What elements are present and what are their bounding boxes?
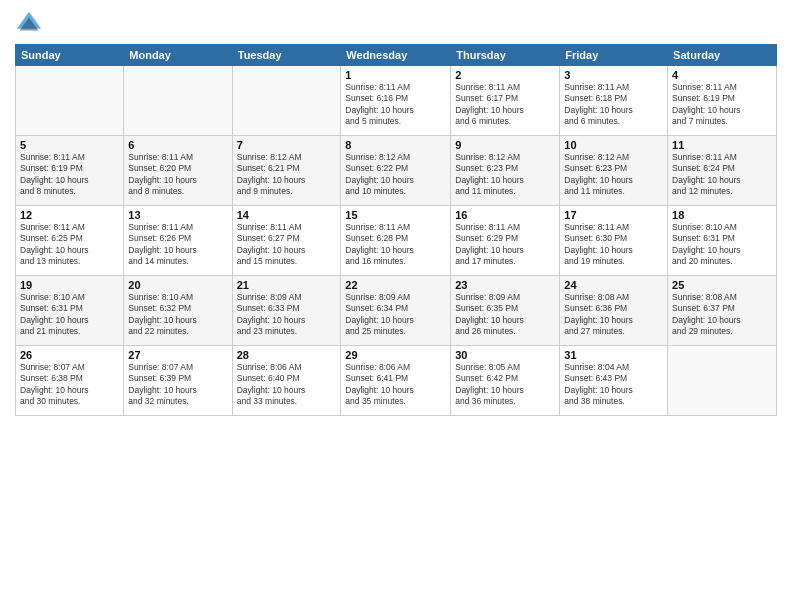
day-number: 27	[128, 349, 227, 361]
day-number: 12	[20, 209, 119, 221]
calendar-cell: 13Sunrise: 8:11 AM Sunset: 6:26 PM Dayli…	[124, 206, 232, 276]
day-info: Sunrise: 8:11 AM Sunset: 6:30 PM Dayligh…	[564, 222, 663, 268]
calendar-cell: 1Sunrise: 8:11 AM Sunset: 6:16 PM Daylig…	[341, 66, 451, 136]
day-number: 31	[564, 349, 663, 361]
calendar-week-5: 26Sunrise: 8:07 AM Sunset: 6:38 PM Dayli…	[16, 346, 777, 416]
calendar-cell: 11Sunrise: 8:11 AM Sunset: 6:24 PM Dayli…	[668, 136, 777, 206]
day-info: Sunrise: 8:08 AM Sunset: 6:36 PM Dayligh…	[564, 292, 663, 338]
day-number: 13	[128, 209, 227, 221]
day-info: Sunrise: 8:05 AM Sunset: 6:42 PM Dayligh…	[455, 362, 555, 408]
calendar-week-3: 12Sunrise: 8:11 AM Sunset: 6:25 PM Dayli…	[16, 206, 777, 276]
day-info: Sunrise: 8:11 AM Sunset: 6:26 PM Dayligh…	[128, 222, 227, 268]
calendar-cell: 26Sunrise: 8:07 AM Sunset: 6:38 PM Dayli…	[16, 346, 124, 416]
day-number: 6	[128, 139, 227, 151]
calendar-cell: 30Sunrise: 8:05 AM Sunset: 6:42 PM Dayli…	[451, 346, 560, 416]
calendar-cell: 31Sunrise: 8:04 AM Sunset: 6:43 PM Dayli…	[560, 346, 668, 416]
day-info: Sunrise: 8:11 AM Sunset: 6:29 PM Dayligh…	[455, 222, 555, 268]
day-number: 5	[20, 139, 119, 151]
day-number: 20	[128, 279, 227, 291]
day-info: Sunrise: 8:12 AM Sunset: 6:21 PM Dayligh…	[237, 152, 337, 198]
day-info: Sunrise: 8:11 AM Sunset: 6:19 PM Dayligh…	[672, 82, 772, 128]
day-info: Sunrise: 8:09 AM Sunset: 6:35 PM Dayligh…	[455, 292, 555, 338]
calendar-cell: 16Sunrise: 8:11 AM Sunset: 6:29 PM Dayli…	[451, 206, 560, 276]
day-number: 4	[672, 69, 772, 81]
day-number: 1	[345, 69, 446, 81]
calendar-cell	[668, 346, 777, 416]
calendar-cell: 21Sunrise: 8:09 AM Sunset: 6:33 PM Dayli…	[232, 276, 341, 346]
weekday-header-wednesday: Wednesday	[341, 45, 451, 66]
calendar-cell: 8Sunrise: 8:12 AM Sunset: 6:22 PM Daylig…	[341, 136, 451, 206]
calendar-cell: 15Sunrise: 8:11 AM Sunset: 6:28 PM Dayli…	[341, 206, 451, 276]
day-info: Sunrise: 8:11 AM Sunset: 6:25 PM Dayligh…	[20, 222, 119, 268]
day-number: 14	[237, 209, 337, 221]
day-number: 2	[455, 69, 555, 81]
day-number: 18	[672, 209, 772, 221]
logo	[15, 10, 45, 38]
calendar-cell: 17Sunrise: 8:11 AM Sunset: 6:30 PM Dayli…	[560, 206, 668, 276]
day-number: 26	[20, 349, 119, 361]
weekday-header-monday: Monday	[124, 45, 232, 66]
calendar-cell: 2Sunrise: 8:11 AM Sunset: 6:17 PM Daylig…	[451, 66, 560, 136]
page: SundayMondayTuesdayWednesdayThursdayFrid…	[0, 0, 792, 612]
day-info: Sunrise: 8:06 AM Sunset: 6:40 PM Dayligh…	[237, 362, 337, 408]
day-number: 3	[564, 69, 663, 81]
calendar-header: SundayMondayTuesdayWednesdayThursdayFrid…	[16, 45, 777, 66]
calendar-cell: 14Sunrise: 8:11 AM Sunset: 6:27 PM Dayli…	[232, 206, 341, 276]
day-info: Sunrise: 8:09 AM Sunset: 6:33 PM Dayligh…	[237, 292, 337, 338]
calendar-cell: 18Sunrise: 8:10 AM Sunset: 6:31 PM Dayli…	[668, 206, 777, 276]
day-info: Sunrise: 8:12 AM Sunset: 6:23 PM Dayligh…	[455, 152, 555, 198]
day-info: Sunrise: 8:07 AM Sunset: 6:38 PM Dayligh…	[20, 362, 119, 408]
day-number: 24	[564, 279, 663, 291]
calendar-cell: 23Sunrise: 8:09 AM Sunset: 6:35 PM Dayli…	[451, 276, 560, 346]
day-info: Sunrise: 8:07 AM Sunset: 6:39 PM Dayligh…	[128, 362, 227, 408]
calendar-cell: 5Sunrise: 8:11 AM Sunset: 6:19 PM Daylig…	[16, 136, 124, 206]
logo-icon	[15, 10, 43, 38]
day-number: 7	[237, 139, 337, 151]
day-info: Sunrise: 8:11 AM Sunset: 6:20 PM Dayligh…	[128, 152, 227, 198]
calendar-cell: 6Sunrise: 8:11 AM Sunset: 6:20 PM Daylig…	[124, 136, 232, 206]
calendar-cell: 3Sunrise: 8:11 AM Sunset: 6:18 PM Daylig…	[560, 66, 668, 136]
day-info: Sunrise: 8:11 AM Sunset: 6:17 PM Dayligh…	[455, 82, 555, 128]
calendar-cell: 25Sunrise: 8:08 AM Sunset: 6:37 PM Dayli…	[668, 276, 777, 346]
day-number: 30	[455, 349, 555, 361]
calendar-cell	[16, 66, 124, 136]
day-number: 16	[455, 209, 555, 221]
calendar-cell: 22Sunrise: 8:09 AM Sunset: 6:34 PM Dayli…	[341, 276, 451, 346]
day-number: 11	[672, 139, 772, 151]
calendar-week-4: 19Sunrise: 8:10 AM Sunset: 6:31 PM Dayli…	[16, 276, 777, 346]
weekday-header-saturday: Saturday	[668, 45, 777, 66]
day-number: 25	[672, 279, 772, 291]
weekday-header-friday: Friday	[560, 45, 668, 66]
calendar-table: SundayMondayTuesdayWednesdayThursdayFrid…	[15, 44, 777, 416]
calendar-cell: 20Sunrise: 8:10 AM Sunset: 6:32 PM Dayli…	[124, 276, 232, 346]
calendar-cell: 19Sunrise: 8:10 AM Sunset: 6:31 PM Dayli…	[16, 276, 124, 346]
calendar-cell: 12Sunrise: 8:11 AM Sunset: 6:25 PM Dayli…	[16, 206, 124, 276]
calendar-cell	[232, 66, 341, 136]
weekday-row: SundayMondayTuesdayWednesdayThursdayFrid…	[16, 45, 777, 66]
day-number: 21	[237, 279, 337, 291]
day-number: 8	[345, 139, 446, 151]
calendar-cell: 24Sunrise: 8:08 AM Sunset: 6:36 PM Dayli…	[560, 276, 668, 346]
day-info: Sunrise: 8:10 AM Sunset: 6:32 PM Dayligh…	[128, 292, 227, 338]
day-number: 28	[237, 349, 337, 361]
calendar-cell: 27Sunrise: 8:07 AM Sunset: 6:39 PM Dayli…	[124, 346, 232, 416]
calendar-body: 1Sunrise: 8:11 AM Sunset: 6:16 PM Daylig…	[16, 66, 777, 416]
calendar-cell	[124, 66, 232, 136]
day-info: Sunrise: 8:11 AM Sunset: 6:28 PM Dayligh…	[345, 222, 446, 268]
day-info: Sunrise: 8:08 AM Sunset: 6:37 PM Dayligh…	[672, 292, 772, 338]
day-info: Sunrise: 8:10 AM Sunset: 6:31 PM Dayligh…	[20, 292, 119, 338]
day-info: Sunrise: 8:12 AM Sunset: 6:22 PM Dayligh…	[345, 152, 446, 198]
day-info: Sunrise: 8:11 AM Sunset: 6:19 PM Dayligh…	[20, 152, 119, 198]
day-info: Sunrise: 8:04 AM Sunset: 6:43 PM Dayligh…	[564, 362, 663, 408]
day-number: 29	[345, 349, 446, 361]
day-info: Sunrise: 8:06 AM Sunset: 6:41 PM Dayligh…	[345, 362, 446, 408]
day-number: 17	[564, 209, 663, 221]
calendar-cell: 7Sunrise: 8:12 AM Sunset: 6:21 PM Daylig…	[232, 136, 341, 206]
day-info: Sunrise: 8:11 AM Sunset: 6:24 PM Dayligh…	[672, 152, 772, 198]
weekday-header-thursday: Thursday	[451, 45, 560, 66]
day-info: Sunrise: 8:12 AM Sunset: 6:23 PM Dayligh…	[564, 152, 663, 198]
day-number: 19	[20, 279, 119, 291]
calendar-cell: 10Sunrise: 8:12 AM Sunset: 6:23 PM Dayli…	[560, 136, 668, 206]
calendar-cell: 9Sunrise: 8:12 AM Sunset: 6:23 PM Daylig…	[451, 136, 560, 206]
day-info: Sunrise: 8:11 AM Sunset: 6:27 PM Dayligh…	[237, 222, 337, 268]
